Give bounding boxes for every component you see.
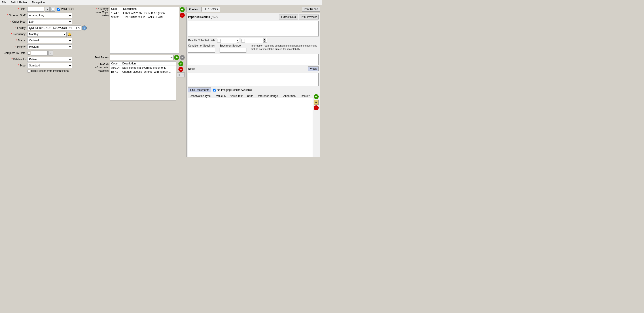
complete-by-label: Complete By Date bbox=[2, 52, 26, 55]
priority-select[interactable]: Medium bbox=[27, 44, 72, 49]
obs-col-value-id: Value ID bbox=[215, 94, 229, 98]
vitals-button[interactable]: Vitals bbox=[308, 67, 319, 71]
right-panel: Preview HL7 Details Print Report Importe… bbox=[186, 7, 320, 157]
condition-input[interactable] bbox=[188, 48, 215, 53]
icd-label: * ICD(s): 40 per ordermaximum bbox=[88, 61, 109, 101]
status-select[interactable]: Ordered bbox=[27, 38, 72, 43]
condition-label: Condition of Specimen bbox=[188, 44, 215, 47]
frequency-row: * Frequency Monthly 🔔 bbox=[2, 32, 87, 37]
obs-col-type: Observation Type bbox=[188, 94, 215, 98]
icd-split-arrow[interactable]: ▾ bbox=[181, 73, 185, 77]
menu-switch-patient[interactable]: Switch Patient bbox=[10, 1, 28, 4]
time-up-button[interactable]: ▲ bbox=[263, 38, 266, 40]
panels-label: Test Panels bbox=[88, 56, 109, 59]
results-collected-label: Results Collected Date bbox=[188, 39, 215, 42]
status-row: * Status Ordered bbox=[2, 38, 87, 43]
panels-add-button[interactable]: + bbox=[174, 55, 179, 60]
tests-add-remove: + − bbox=[180, 7, 185, 54]
left-panel: * Date 4/15/2021 ▾ 🕐 Valid CPOE * Orderi… bbox=[2, 7, 87, 157]
complete-by-calendar-button[interactable]: ▾ bbox=[48, 51, 53, 56]
obs-add-button[interactable]: + bbox=[314, 94, 319, 99]
icd-add-button[interactable]: + bbox=[178, 61, 183, 66]
imported-results-label: Imported Results (HL7) bbox=[188, 16, 218, 19]
results-date-dropdown-icon[interactable]: ▾ bbox=[237, 39, 238, 42]
clock-button[interactable]: 🕐 bbox=[50, 7, 55, 12]
obs-col-ref-range: Reference Range bbox=[256, 94, 282, 98]
date-label: * Date bbox=[2, 8, 26, 11]
icd-split-main[interactable]: ⇒ bbox=[177, 73, 181, 77]
tests-col-code: Code bbox=[110, 7, 122, 11]
results-date-input[interactable]: 9/14/2021 bbox=[221, 38, 236, 43]
frequency-select[interactable]: Monthly bbox=[27, 32, 67, 37]
facility-label: * Facility bbox=[2, 27, 26, 30]
extract-data-button[interactable]: Extract Data bbox=[279, 15, 298, 20]
icd-row[interactable]: B57.2Chagas' disease (chronic) with hear… bbox=[110, 70, 176, 74]
complete-by-checkbox[interactable] bbox=[27, 52, 30, 55]
menu-file[interactable]: File bbox=[2, 1, 6, 4]
hl7-header-row: Imported Results (HL7) Extract Data Prin… bbox=[188, 15, 319, 20]
panels-remove-button[interactable]: − bbox=[180, 55, 185, 60]
tab-preview[interactable]: Preview bbox=[186, 7, 201, 12]
hide-results-checkbox[interactable] bbox=[27, 70, 30, 73]
obs-col-value-text: Value Text bbox=[229, 94, 246, 98]
link-documents-button[interactable]: Link Documents bbox=[188, 88, 211, 92]
results-time-input[interactable]: 3:38:50 PM bbox=[245, 38, 263, 43]
icd-col-code: Code bbox=[110, 62, 122, 66]
obs-table: Observation Type Value ID Value Text Uni… bbox=[188, 94, 312, 98]
time-down-button[interactable]: ▼ bbox=[263, 40, 266, 43]
valid-cpoe-checkbox[interactable] bbox=[57, 8, 60, 11]
billable-to-row: * Billable To Patient bbox=[2, 57, 87, 62]
obs-edit-button[interactable]: ✏ bbox=[314, 100, 319, 105]
results-time-wrap: 3:38:50 PM ▲ ▼ bbox=[240, 38, 267, 43]
type-select[interactable]: Standard bbox=[27, 63, 72, 68]
obs-buttons: + ✏ − bbox=[314, 94, 319, 157]
notes-row: Notes Vitals bbox=[188, 67, 319, 71]
facility-info-button[interactable]: i bbox=[82, 26, 87, 31]
order-type-label: * Order Type bbox=[2, 20, 26, 23]
date-input[interactable]: 4/15/2021 bbox=[27, 7, 44, 12]
tests-label: * * Test(s): (max 35 per order) bbox=[88, 7, 109, 17]
notes-label: Notes bbox=[188, 67, 195, 71]
panels-select[interactable] bbox=[110, 55, 174, 60]
complete-by-input[interactable]: 9/14/2021 bbox=[31, 51, 48, 56]
specimen-info-text: Information regarding condition and disp… bbox=[251, 44, 317, 50]
facility-select[interactable]: QUEST DIAGNOSTICS WOOD DALE: Local bbox=[27, 26, 81, 31]
specimen-source-label: Specimen Source bbox=[220, 44, 246, 47]
icd-remove-button[interactable]: − bbox=[178, 67, 183, 72]
order-type-select[interactable]: Lab bbox=[27, 19, 72, 24]
results-date-row: Results Collected Date 9/14/2021 ▾ 3:38:… bbox=[188, 38, 319, 43]
menu-navigation[interactable]: Navigation bbox=[32, 1, 45, 4]
icd-section: * ICD(s): 40 per ordermaximum Code Descr… bbox=[88, 61, 185, 101]
calendar-button[interactable]: ▾ bbox=[45, 7, 50, 12]
results-time-checkbox[interactable] bbox=[242, 39, 244, 42]
hl7-textarea[interactable] bbox=[188, 21, 319, 37]
tab-bar: Preview HL7 Details Print Report bbox=[186, 7, 320, 12]
priority-label: * Priority bbox=[2, 45, 26, 48]
tab-hl7[interactable]: HL7 Details bbox=[202, 7, 220, 12]
print-report-button[interactable]: Print Report bbox=[302, 7, 320, 12]
tests-remove-button[interactable]: − bbox=[180, 13, 185, 18]
billable-to-select[interactable]: Patient bbox=[27, 57, 72, 62]
type-row: * Type Standard bbox=[2, 63, 87, 68]
specimen-info-textarea[interactable] bbox=[188, 54, 319, 65]
no-imaging-checkbox[interactable] bbox=[213, 89, 216, 92]
results-date-checkbox[interactable] bbox=[218, 39, 220, 42]
notes-textarea[interactable] bbox=[188, 73, 319, 86]
frequency-label: * Frequency bbox=[2, 33, 26, 36]
ordering-staff-select[interactable]: Adams, Amy bbox=[27, 13, 72, 18]
print-preview-button[interactable]: Print Preview bbox=[299, 15, 319, 20]
priority-row: * Priority Medium bbox=[2, 44, 87, 49]
icd-row[interactable]: A50.04Early congenital syphilitic pneumo… bbox=[110, 66, 176, 70]
tests-add-button[interactable]: + bbox=[180, 7, 185, 12]
icd-table: Code Description A50.04Early congenital … bbox=[110, 62, 176, 74]
test-row[interactable]: 15447EBV EARLY ANTIGEN D AB (IGG) bbox=[110, 11, 179, 16]
bell-icon: 🔔 bbox=[68, 33, 71, 36]
order-type-row: * Order Type Lab bbox=[2, 19, 87, 24]
obs-col-result: Result? bbox=[300, 94, 312, 98]
complete-by-row: Complete By Date 9/14/2021 ▾ bbox=[2, 51, 87, 56]
obs-table-wrap: Observation Type Value ID Value Text Uni… bbox=[188, 94, 313, 157]
specimen-source-input[interactable] bbox=[220, 48, 246, 53]
test-row[interactable]: 90832TRACKING CLEVELAND HEART bbox=[110, 15, 179, 19]
obs-remove-button[interactable]: − bbox=[314, 105, 319, 110]
specimen-row: Condition of Specimen Specimen Source In… bbox=[188, 44, 319, 53]
